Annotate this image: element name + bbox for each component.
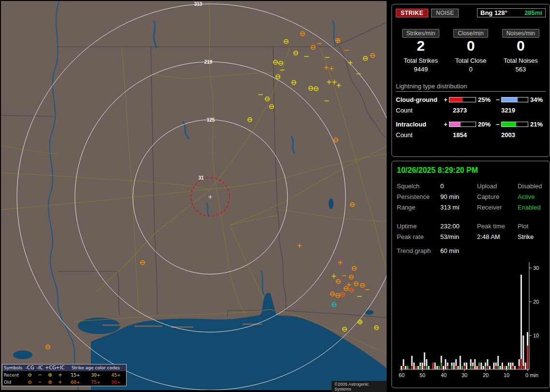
persistence-label: Persistence — [397, 193, 440, 200]
noise-indicator-button[interactable]: NOISE — [431, 9, 459, 17]
ic-minus-pct: 21% — [528, 121, 544, 128]
strike-symbol-cg+ — [358, 320, 362, 324]
svg-text:10: 10 — [504, 372, 509, 378]
cg-neg-recent-icon: ⊖ — [25, 373, 35, 378]
trend-bar — [462, 366, 463, 369]
trend-bar — [527, 332, 528, 346]
trend-bar — [478, 363, 480, 366]
upload-label: Upload — [477, 182, 518, 190]
trend-bar — [519, 366, 520, 369]
trend-bar — [508, 363, 509, 366]
cg-plus-bar — [449, 97, 476, 102]
trend-bar — [407, 366, 408, 369]
trend-bar — [403, 366, 404, 369]
peak-rate-value: 53/min — [440, 233, 477, 240]
age-code-45: 45+ — [106, 373, 126, 378]
trend-bar — [502, 363, 503, 369]
trend-bar — [480, 363, 482, 369]
age-code-15: 15+ — [65, 373, 86, 378]
ic-plus-count: 1854 — [449, 131, 501, 138]
lake — [329, 198, 333, 209]
svg-text:20: 20 — [483, 372, 489, 378]
trend-bar — [447, 363, 449, 366]
copyright-text: ©2005 Astrogenic Systems — [332, 381, 387, 392]
receiver-label: Receiver — [477, 204, 518, 211]
trend-bar — [495, 363, 497, 366]
trend-bar — [495, 366, 497, 369]
trend-bar — [422, 363, 423, 369]
ic-pos-recent-icon: + — [55, 373, 65, 378]
trend-row: Trend graph 60 min — [397, 247, 546, 254]
trend-bar — [411, 356, 413, 366]
trend-bar — [445, 359, 446, 369]
close-per-min-value: 0 — [446, 38, 495, 54]
cg-pos-recent-icon: ⊕ — [45, 373, 55, 378]
svg-text:30: 30 — [533, 265, 539, 271]
total-close-label: Total Close — [446, 57, 495, 64]
uptime-label: Uptime — [397, 223, 440, 230]
minus-sign: − — [494, 96, 501, 103]
total-noises-value: 563 — [496, 66, 546, 73]
trend-bar — [426, 359, 427, 366]
trend-x-ticks: 60 50 40 30 20 10 0 min — [399, 372, 538, 378]
total-close-value: 0 — [446, 66, 495, 73]
trend-bar — [483, 366, 484, 369]
strikes-per-min-value: 2 — [396, 38, 446, 54]
trend-bar — [438, 366, 440, 369]
trend-bar — [464, 363, 465, 366]
total-noises-label: Total Noises — [496, 57, 546, 64]
legend-symbols-header: Symbols — [2, 365, 25, 370]
trend-bar — [424, 352, 425, 366]
trend-bar — [497, 356, 499, 366]
svg-text:10: 10 — [533, 333, 539, 338]
trend-bar — [466, 363, 467, 369]
lake — [116, 335, 130, 343]
trend-bar — [420, 366, 421, 369]
trend-bar — [457, 366, 459, 369]
trend-bar — [455, 366, 457, 369]
counters-panel: STRIKE NOISE Bng 128° 285mi Strikes/min … — [391, 4, 550, 157]
lake — [365, 310, 374, 315]
trend-bar — [499, 366, 501, 369]
strike-indicator-button[interactable]: STRIKE — [396, 9, 428, 17]
receiver-value: Enabled — [518, 204, 546, 211]
trend-bar — [485, 363, 486, 366]
range-label: Range — [397, 204, 440, 211]
trend-axes — [400, 262, 532, 371]
trend-bar — [460, 356, 461, 369]
lake — [13, 350, 32, 359]
bearing-label: Bng 128° — [480, 9, 507, 16]
svg-text:30: 30 — [462, 372, 467, 378]
cg-pos-old-icon: ⊕ — [45, 380, 55, 385]
ring-label-125: 125 — [207, 117, 215, 123]
squelch-label: Squelch — [397, 182, 440, 190]
trend-graph-label: Trend graph — [397, 247, 440, 254]
trend-bar — [441, 366, 442, 369]
trend-bar — [487, 366, 488, 369]
trend-bar — [470, 359, 472, 366]
trend-bar — [489, 366, 491, 369]
map-legend: Symbols -CG -IC +CG +IC Strike age color… — [2, 364, 127, 386]
trend-bar — [401, 366, 402, 369]
app-window: 313 219 125 31 Symbols -CG -IC +CG +IC S… — [0, 0, 550, 392]
storm-map[interactable]: 313 219 125 31 Symbols -CG -IC +CG +IC S… — [1, 1, 387, 390]
trend-bar — [512, 366, 514, 369]
intracloud-row: Intracloud + 20% − 21% — [396, 121, 546, 127]
cloud-ground-label: Cloud-ground — [396, 96, 442, 103]
trend-y-ticks: 10 20 30 — [533, 265, 539, 338]
trend-bar — [434, 363, 436, 369]
trend-bar — [432, 363, 434, 369]
legend-col-ic-neg: -IC — [35, 365, 45, 370]
capture-value: Active — [518, 193, 546, 200]
persistence-value: 90 min — [440, 193, 477, 200]
trend-bar — [428, 366, 430, 369]
legend-old-label: Old — [2, 380, 25, 385]
trend-graph: 10 20 30 60 50 40 30 20 10 0 min — [397, 258, 548, 380]
ic-neg-old-icon: − — [35, 380, 45, 385]
trend-bar — [512, 363, 514, 366]
range-value: 313 mi — [440, 204, 477, 211]
svg-text:60: 60 — [399, 372, 405, 378]
trend-bar — [426, 366, 427, 369]
ic-plus-bar — [449, 122, 476, 127]
plus-sign: + — [442, 121, 449, 128]
